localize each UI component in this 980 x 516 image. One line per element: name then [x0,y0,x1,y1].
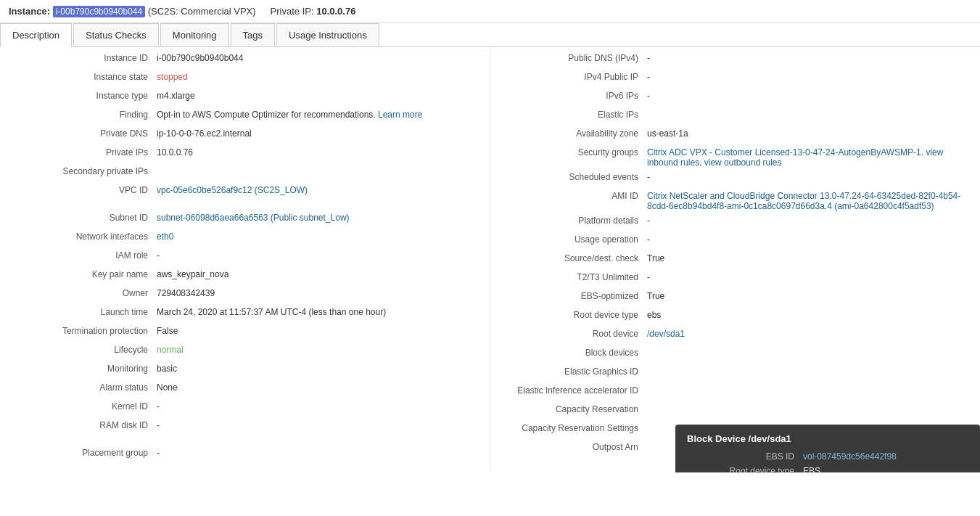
field-instance-type: Instance type m4.xlarge [12,91,478,105]
value-ipv4-public-ip: - [647,72,968,82]
label-ipv6-ips: IPv6 IPs [502,91,647,101]
field-alarm-status: Alarm status None [12,382,478,397]
field-source-dest-check: Source/dest. check True [502,253,968,268]
private-ip-header: Private IP: 10.0.0.76 [271,6,356,17]
field-platform-details: Platform details - [502,216,968,230]
value-network-interfaces: eth0 [157,232,478,242]
label-outpost-arn: Outpost Arn [502,442,647,452]
value-ami-id: Citrix NetScaler and CloudBridge Connect… [647,191,968,211]
value-iam-role: - [157,250,478,261]
field-key-pair-name: Key pair name aws_keypair_nova [12,269,478,284]
value-monitoring: basic [157,364,478,374]
value-subnet-id: subnet-06098d6aea66a6563 (Public subnet_… [157,213,478,223]
tab-tags[interactable]: Tags [231,23,275,46]
field-ebs-optimized: EBS-optimized True [502,291,968,306]
tooltip-value-root-device-type: EBS [803,466,968,472]
field-secondary-private-ips: Secondary private IPs [12,166,478,181]
field-lifecycle: Lifecycle normal [12,345,478,359]
label-key-pair-name: Key pair name [12,269,157,279]
label-scheduled-events: Scheduled events [502,172,647,182]
value-ipv6-ips: - [647,91,968,101]
label-public-dns: Public DNS (IPv4) [502,53,647,63]
label-elastic-graphics-id: Elastic Graphics ID [502,366,647,377]
label-platform-details: Platform details [502,216,647,226]
value-availability-zone: us-east-1a [647,128,968,139]
value-security-groups: Citrix ADC VPX - Customer Licensed-13-0-… [647,147,968,168]
label-capacity-reservation: Capacity Reservation [502,404,647,414]
instance-name: (SC2S: Commercial VPX) [148,6,256,17]
security-group-link[interactable]: Citrix ADC VPX - Customer Licensed-13-0-… [647,147,921,157]
field-root-device-type: Root device type ebs [502,310,968,324]
field-private-dns: Private DNS ip-10-0-0-76.ec2.internal [12,128,478,143]
label-lifecycle: Lifecycle [12,345,157,355]
field-public-dns: Public DNS (IPv4) - [502,53,968,67]
field-ipv6-ips: IPv6 IPs - [502,91,968,105]
value-instance-state: stopped [157,72,478,82]
field-ami-id: AMI ID Citrix NetScaler and CloudBridge … [502,191,968,211]
value-platform-details: - [647,216,968,226]
value-private-dns: ip-10-0-0-76.ec2.internal [157,128,478,139]
value-instance-type: m4.xlarge [157,91,478,101]
value-usage-operation: - [647,234,968,245]
right-panel: Public DNS (IPv4) - IPv4 Public IP - IPv… [490,47,980,472]
vpc-id-link[interactable]: vpc-05e6c0be526af9c12 (SC2S_LOW) [157,185,308,195]
field-finding: Finding Opt-in to AWS Compute Optimizer … [12,110,478,124]
field-ipv4-public-ip: IPv4 Public IP - [502,72,968,86]
label-secondary-private-ips: Secondary private IPs [12,166,157,176]
label-ipv4-public-ip: IPv4 Public IP [502,72,647,82]
label-instance-id: Instance ID [12,53,157,63]
field-vpc-id: VPC ID vpc-05e6c0be526af9c12 (SC2S_LOW) [12,185,478,200]
value-termination-protection: False [157,326,478,336]
field-private-ips: Private IPs 10.0.0.76 [12,147,478,162]
value-scheduled-events: - [647,172,968,182]
value-private-ips: 10.0.0.76 [157,147,478,157]
label-placement-group: Placement group [12,448,157,458]
tooltip-label-ebs-id: EBS ID [687,451,803,462]
label-iam-role: IAM role [12,250,157,261]
label-elastic-inference-id: Elastic Inference accelerator ID [502,385,647,396]
field-launch-time: Launch time March 24, 2020 at 11:57:37 A… [12,307,478,322]
label-private-ips: Private IPs [12,147,157,157]
left-panel: Instance ID i-00b790c9b0940b044 Instance… [0,47,490,472]
label-root-device: Root device [502,329,647,339]
value-owner: 729408342439 [157,288,478,298]
label-root-device-type: Root device type [502,310,647,320]
subnet-id-link[interactable]: subnet-06098d6aea66a6563 (Public subnet_… [157,213,350,223]
value-root-device-type: ebs [647,310,968,320]
field-availability-zone: Availability zone us-east-1a [502,128,968,143]
value-ebs-optimized: True [647,291,968,301]
ami-id-link[interactable]: Citrix NetScaler and CloudBridge Connect… [647,191,960,211]
tooltip-value-ebs-id: vol-087459dc56e442f98 [803,451,968,462]
value-kernel-id: - [157,401,478,411]
field-scheduled-events: Scheduled events - [502,172,968,187]
root-device-link[interactable]: /dev/sda1 [647,329,685,339]
ebs-id-link[interactable]: vol-087459dc56e442f98 [803,451,897,462]
field-elastic-inference-id: Elastic Inference accelerator ID [502,385,968,400]
value-alarm-status: None [157,382,478,393]
label-finding: Finding [12,110,157,120]
field-kernel-id: Kernel ID - [12,401,478,416]
field-instance-id: Instance ID i-00b790c9b0940b044 [12,53,478,67]
field-elastic-graphics-id: Elastic Graphics ID [502,366,968,381]
tabs-bar: Description Status Checks Monitoring Tag… [0,23,980,47]
field-subnet-id: Subnet ID subnet-06098d6aea66a6563 (Publ… [12,213,478,227]
tab-usage-instructions[interactable]: Usage Instructions [276,23,379,46]
tab-status-checks[interactable]: Status Checks [73,23,159,46]
field-ram-disk-id: RAM disk ID - [12,420,478,435]
field-root-device: Root device /dev/sda1 [502,329,968,343]
tab-monitoring[interactable]: Monitoring [160,23,229,46]
tab-description[interactable]: Description [0,23,72,47]
field-t2t3-unlimited: T2/T3 Unlimited - [502,272,968,287]
label-security-groups: Security groups [502,147,647,157]
value-t2t3-unlimited: - [647,272,968,282]
block-device-tooltip: Block Device /dev/sda1 EBS ID vol-087459… [675,425,980,472]
label-launch-time: Launch time [12,307,157,317]
learn-more-link[interactable]: Learn more [378,110,422,120]
field-security-groups: Security groups Citrix ADC VPX - Custome… [502,147,968,168]
network-interfaces-link[interactable]: eth0 [157,232,173,242]
view-outbound-rules-link[interactable]: view outbound rules [704,157,782,168]
label-ami-id: AMI ID [502,191,647,201]
value-key-pair-name: aws_keypair_nova [157,269,478,279]
label-subnet-id: Subnet ID [12,213,157,223]
value-public-dns: - [647,53,968,63]
